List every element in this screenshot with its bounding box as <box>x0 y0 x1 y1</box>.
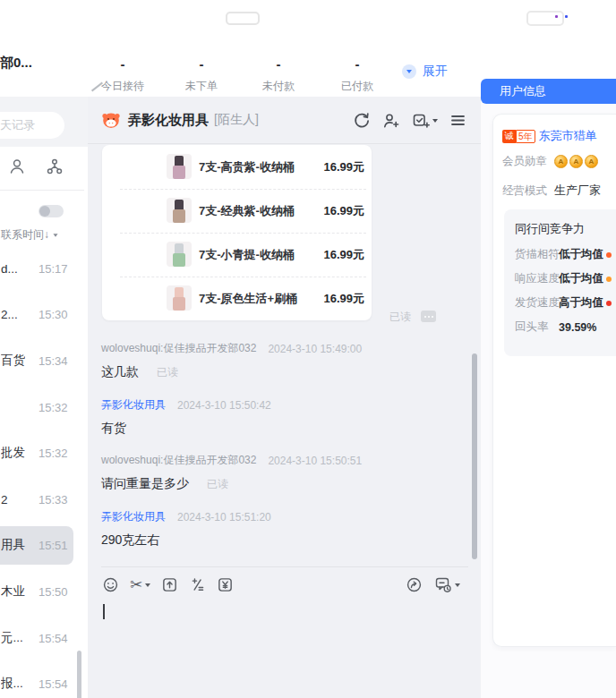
message-sender: woloveshuqi:促佳搜品开发部032 <box>101 453 256 468</box>
conversation-item[interactable]: 报... 15:54 <box>0 660 75 698</box>
product-name: 7支-原色生活+刷桶 <box>199 291 297 307</box>
product-list-card: 7支-高贵紫-收纳桶 16.99元 7支-经典紫-收纳桶 16.99元 7支-小… <box>102 145 372 320</box>
company-link[interactable]: 东莞市猎单 <box>539 128 597 144</box>
screenshot-caret-icon <box>145 583 150 587</box>
product-price: 16.99元 <box>323 291 364 307</box>
product-thumbnail <box>167 198 192 223</box>
chat-history-icon[interactable] <box>434 576 460 593</box>
read-status: 已读 <box>157 365 178 380</box>
input-toolbar: ✂ <box>102 576 234 593</box>
competitiveness-row: 回头率 39.59% <box>515 319 596 335</box>
contacts-person-icon[interactable] <box>8 157 26 175</box>
conversation-item[interactable]: 百货 15:34 <box>0 337 75 384</box>
message-text: 290克左右 <box>101 532 159 549</box>
stat-value: - <box>320 55 395 73</box>
competitiveness-box: 同行间竞争力 货描相符 低于均值 响应速度 低于均值 发货速度 高于均值 <box>504 209 616 356</box>
toolbar-divider <box>101 566 468 567</box>
payment-yen-icon[interactable] <box>217 576 234 593</box>
refresh-icon[interactable] <box>353 112 371 130</box>
window-artifact <box>526 11 564 26</box>
trend-dot-icon <box>606 301 612 306</box>
stranger-tag: [陌生人] <box>214 112 259 128</box>
user-info-panel: 用户信息 诚 5年 东莞市猎单 会员勋章 A A A 经营模式 生产厂家 <box>481 79 616 698</box>
product-thumbnail <box>167 285 192 311</box>
conversation-item-selected[interactable]: 用具 15:51 <box>0 523 75 569</box>
read-status: 已读 <box>389 310 411 325</box>
conversation-list: d... 15:17 2... 15:30 百货 15:34 15:32 批发 … <box>0 245 75 698</box>
sort-caret-icon <box>53 234 57 236</box>
product-item[interactable]: 7支-高贵紫-收纳桶 16.99元 <box>102 145 372 189</box>
message-more-button[interactable] <box>421 311 436 322</box>
business-mode-row: 经营模式 生产厂家 <box>502 183 601 199</box>
dot-artifact <box>565 15 568 18</box>
conversation-time: 15:50 <box>38 584 68 598</box>
conversation-item[interactable]: 批发 15:32 <box>0 430 75 476</box>
conversation-time: 15:54 <box>38 677 68 691</box>
product-price: 16.99元 <box>323 247 364 263</box>
conversation-item[interactable]: 15:32 <box>0 384 75 430</box>
message-text: 有货 <box>101 421 126 437</box>
conversation-name: 元... <box>1 630 23 646</box>
message-sender: woloveshuqi:促佳搜品开发部032 <box>101 341 256 356</box>
search-placeholder: 聊天记录 <box>0 117 35 133</box>
trend-dot-icon <box>606 252 612 258</box>
upload-file-icon[interactable] <box>161 576 178 593</box>
competitiveness-title: 同行间竞争力 <box>515 221 585 237</box>
expand-circle-icon <box>402 64 416 79</box>
competitiveness-row: 响应速度 低于均值 <box>515 271 612 286</box>
conversation-name: 百货 <box>1 353 25 369</box>
stat-no-order: - 未下单 <box>164 55 239 94</box>
history-caret-icon <box>455 583 460 587</box>
conversation-time: 15:17 <box>38 261 68 275</box>
search-input[interactable]: 聊天记录 <box>0 112 64 139</box>
product-item[interactable]: 7支-原色生活+刷桶 16.99元 <box>102 277 372 320</box>
org-structure-icon[interactable] <box>46 157 64 175</box>
menu-hamburger-icon[interactable] <box>449 112 466 129</box>
conversation-item[interactable]: d... 15:17 <box>0 245 75 292</box>
quote-price-icon[interactable] <box>189 576 206 593</box>
conversation-item[interactable]: 元... 15:54 <box>0 615 75 661</box>
message-time: 2024-3-10 15:50:51 <box>268 455 362 467</box>
add-contact-icon[interactable] <box>382 112 400 130</box>
text-input-cursor[interactable] <box>103 604 105 619</box>
stat-label: 未下单 <box>164 79 239 94</box>
filter-toggle[interactable] <box>38 205 64 217</box>
stat-value: - <box>85 55 160 73</box>
emoji-icon[interactable] <box>102 576 119 593</box>
gold-medal-icon: A <box>585 155 598 168</box>
message-sender: 弄影化妆用具 <box>101 509 166 524</box>
chat-scrollbar[interactable] <box>472 353 477 559</box>
forward-share-icon[interactable] <box>406 576 423 593</box>
read-status: 已读 <box>207 477 228 492</box>
conversation-time: 15:32 <box>38 400 68 413</box>
sort-by-contact-time[interactable]: 联系时间↓ <box>1 227 58 243</box>
message-time: 2024-3-10 15:51:20 <box>177 511 271 524</box>
conversation-time: 15:30 <box>38 308 68 321</box>
conversation-time: 15:54 <box>38 631 68 644</box>
conversation-time: 15:34 <box>38 353 68 367</box>
competitiveness-row: 货描相符 低于均值 <box>515 247 612 262</box>
gold-medal-icon: A <box>554 155 568 168</box>
product-item[interactable]: 7支-小青提-收纳桶 16.99元 <box>102 233 372 277</box>
screenshot-scissors-icon[interactable]: ✂ <box>130 577 150 593</box>
message-seller: 弄影化妆用具 2024-3-10 15:50:42 有货 <box>101 397 271 437</box>
seller-info-card: 诚 5年 东莞市猎单 会员勋章 A A A 经营模式 生产厂家 同行间竞争力 <box>492 114 616 647</box>
sidebar-scrollbar[interactable] <box>77 651 81 698</box>
product-item[interactable]: 7支-经典紫-收纳桶 16.99元 <box>102 189 372 233</box>
input-toolbar-right <box>406 576 460 593</box>
create-task-icon[interactable] <box>412 112 438 130</box>
conversation-item[interactable]: 2 15:33 <box>0 476 75 523</box>
product-price: 16.99元 <box>323 203 364 219</box>
dot-artifact <box>555 15 558 18</box>
chat-panel: 弄影化妆用具 [陌生人] <box>88 97 481 698</box>
expand-button[interactable]: 展开 <box>402 64 448 80</box>
conversation-item[interactable]: 2... 15:30 <box>0 292 75 338</box>
message-text: 请问重量是多少 <box>101 476 189 492</box>
tab-user-info[interactable]: 用户信息 <box>481 79 616 104</box>
message-buyer: woloveshuqi:促佳搜品开发部032 2024-3-10 15:50:5… <box>101 453 362 492</box>
chat-header-actions <box>353 97 466 144</box>
app-window: 部0... - 今日接待 - 未下单 - 未付款 - 已付款 展开 <box>0 0 616 698</box>
conversation-item[interactable]: 木业 15:50 <box>0 568 75 615</box>
conversation-name: 2... <box>1 308 18 321</box>
seller-identity-row: 诚 5年 东莞市猎单 <box>502 128 597 144</box>
